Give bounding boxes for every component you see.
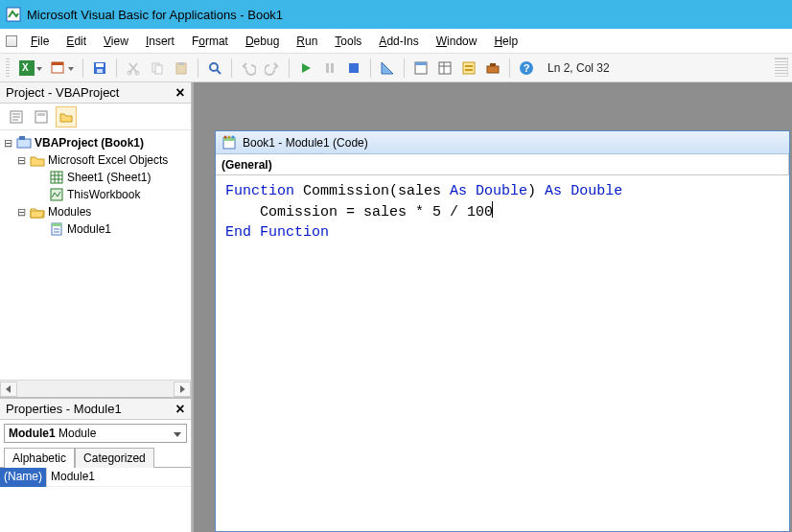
tree-excel-objects[interactable]: ⊟ Microsoft Excel Objects bbox=[2, 151, 189, 169]
svg-rect-4 bbox=[96, 63, 104, 67]
property-name-value[interactable]: Module1 bbox=[46, 468, 191, 487]
view-code-button[interactable] bbox=[6, 106, 27, 127]
svg-rect-38 bbox=[19, 136, 25, 140]
object-browser-button[interactable] bbox=[458, 58, 479, 79]
menu-format[interactable]: Format bbox=[184, 32, 236, 51]
properties-object-combo[interactable]: Module1 Module bbox=[4, 424, 187, 443]
svg-marker-14 bbox=[302, 63, 311, 73]
project-pane-close-icon[interactable]: × bbox=[172, 84, 189, 102]
menu-file[interactable]: File bbox=[23, 32, 57, 51]
tree-label: ThisWorkbook bbox=[67, 188, 140, 201]
tree-thisworkbook[interactable]: ThisWorkbook bbox=[2, 186, 189, 203]
tree-label: Modules bbox=[48, 205, 91, 219]
view-object-button[interactable] bbox=[31, 106, 52, 127]
reset-button[interactable] bbox=[343, 58, 364, 79]
mdi-client-area: Book1 - Module1 (Code) (General) Functio… bbox=[192, 82, 792, 532]
ruler-triangle-icon bbox=[380, 60, 395, 76]
svg-rect-37 bbox=[17, 139, 31, 148]
svg-rect-20 bbox=[415, 62, 427, 65]
toolbox-icon bbox=[485, 60, 501, 76]
project-hscrollbar[interactable] bbox=[0, 380, 191, 397]
redo-icon bbox=[265, 60, 280, 76]
menu-run[interactable]: Run bbox=[289, 32, 325, 51]
svg-rect-16 bbox=[331, 63, 334, 73]
tree-module1[interactable]: Module1 bbox=[2, 220, 189, 238]
svg-rect-36 bbox=[37, 113, 45, 116]
svg-rect-9 bbox=[155, 65, 162, 74]
object-combo[interactable]: (General) bbox=[216, 154, 789, 174]
workbook-icon bbox=[49, 187, 64, 202]
properties-pane-close-icon[interactable]: × bbox=[172, 401, 189, 418]
help-button[interactable]: ? bbox=[516, 58, 537, 79]
svg-text:?: ? bbox=[524, 62, 530, 74]
tree-label: Module1 bbox=[67, 222, 111, 236]
properties-grid[interactable]: (Name) Module1 bbox=[0, 467, 191, 487]
properties-window-button[interactable] bbox=[434, 58, 455, 79]
menu-insert[interactable]: Insert bbox=[138, 32, 182, 51]
collapse-icon[interactable]: ⊟ bbox=[2, 137, 13, 150]
tree-sheet1[interactable]: Sheet1 (Sheet1) bbox=[2, 169, 189, 186]
find-button[interactable] bbox=[204, 58, 225, 79]
insert-object-button[interactable] bbox=[48, 58, 77, 79]
form-icon bbox=[51, 60, 66, 76]
property-name-key: (Name) bbox=[0, 468, 46, 487]
collapse-icon[interactable]: ⊟ bbox=[15, 206, 27, 219]
svg-marker-18 bbox=[382, 62, 393, 74]
menu-tools[interactable]: Tools bbox=[327, 32, 369, 51]
svg-rect-17 bbox=[349, 63, 359, 73]
toolbar-grip[interactable] bbox=[6, 58, 10, 78]
cut-button[interactable] bbox=[123, 58, 144, 79]
menu-edit[interactable]: Edit bbox=[58, 32, 94, 51]
properties-pane-title: Properties - Module1 bbox=[6, 402, 122, 416]
collapse-icon[interactable]: ⊟ bbox=[15, 154, 27, 167]
redo-button[interactable] bbox=[262, 58, 283, 79]
svg-point-54 bbox=[228, 135, 231, 138]
paste-button[interactable] bbox=[171, 58, 192, 79]
properties-tab-alphabetic[interactable]: Alphabetic bbox=[4, 448, 75, 468]
tree-root-label: VBAProject (Book1) bbox=[35, 136, 144, 150]
menu-window[interactable]: Window bbox=[429, 32, 485, 51]
undo-button[interactable] bbox=[238, 58, 259, 79]
toolbar-overflow[interactable] bbox=[775, 58, 788, 77]
svg-rect-2 bbox=[52, 62, 63, 65]
play-icon bbox=[299, 61, 313, 75]
vba-project-icon bbox=[16, 135, 32, 150]
break-button[interactable] bbox=[319, 58, 340, 79]
save-icon bbox=[92, 60, 107, 76]
tree-modules-folder[interactable]: ⊟ Modules bbox=[2, 203, 189, 220]
menu-view[interactable]: View bbox=[96, 32, 136, 51]
title-bar: Microsoft Visual Basic for Applications … bbox=[0, 0, 792, 29]
menu-addins[interactable]: Add-Ins bbox=[371, 32, 426, 51]
svg-rect-26 bbox=[465, 69, 473, 71]
copy-button[interactable] bbox=[147, 58, 168, 79]
svg-rect-28 bbox=[490, 63, 496, 66]
properties-tab-categorized[interactable]: Categorized bbox=[75, 448, 154, 468]
folder-icon bbox=[30, 152, 45, 168]
menu-help[interactable]: Help bbox=[486, 32, 525, 51]
code-editor[interactable]: Function Commission(sales As Double) As … bbox=[216, 175, 789, 531]
menu-debug[interactable]: Debug bbox=[238, 32, 287, 51]
view-excel-button[interactable] bbox=[16, 58, 45, 79]
code-window: Book1 - Module1 (Code) (General) Functio… bbox=[215, 130, 790, 532]
properties-icon bbox=[437, 60, 453, 76]
copy-icon bbox=[150, 60, 165, 76]
scroll-right-icon[interactable] bbox=[174, 382, 191, 397]
svg-point-55 bbox=[232, 135, 235, 138]
mdi-system-icon[interactable] bbox=[6, 35, 17, 47]
run-button[interactable] bbox=[295, 58, 316, 79]
code-window-titlebar[interactable]: Book1 - Module1 (Code) bbox=[216, 131, 789, 154]
scroll-left-icon[interactable] bbox=[0, 382, 17, 397]
svg-rect-25 bbox=[465, 65, 473, 67]
project-explorer-button[interactable] bbox=[410, 58, 431, 79]
cursor-position-status: Ln 2, Col 32 bbox=[547, 61, 610, 75]
save-button[interactable] bbox=[89, 58, 110, 79]
property-row-name[interactable]: (Name) Module1 bbox=[0, 468, 191, 487]
design-mode-button[interactable] bbox=[377, 58, 398, 79]
project-tree[interactable]: ⊟ VBAProject (Book1) ⊟ Microsoft Excel O… bbox=[0, 130, 191, 380]
object-combo-label: (General) bbox=[221, 158, 272, 172]
form-page-icon bbox=[34, 109, 49, 125]
toggle-folders-button[interactable] bbox=[56, 106, 77, 127]
toolbox-button[interactable] bbox=[482, 58, 503, 79]
app-icon bbox=[6, 7, 21, 22]
tree-root[interactable]: ⊟ VBAProject (Book1) bbox=[2, 134, 189, 151]
